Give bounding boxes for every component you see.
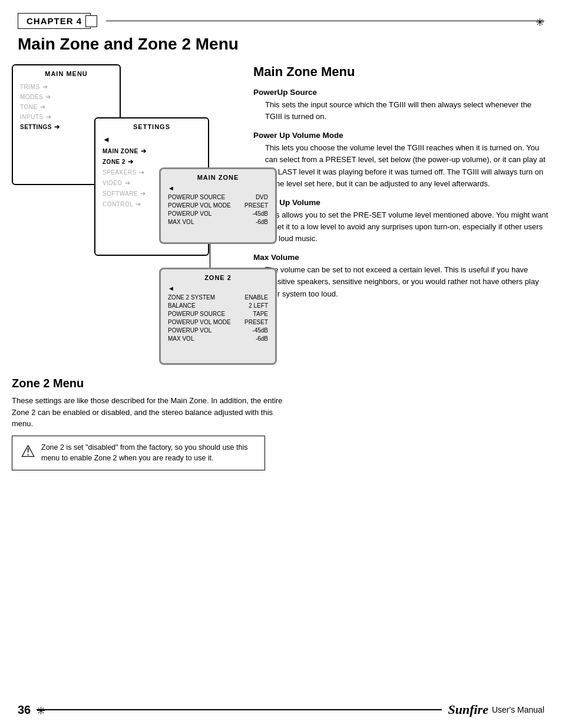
main-menu-item-modes: MODES ➔ [20,93,113,101]
zone2-row-1: BALANCE 2 LEFT [168,302,268,309]
right-item-body-2: This allows you to set the PRE-SET volum… [253,209,550,245]
zone2-detail-title: ZONE 2 [168,274,268,281]
right-item-label-0: PowerUp Source [253,88,550,97]
main-zone-row-3: MAX VOL -6dB [168,219,268,225]
right-item-body-1: This lets you choose the volume level th… [253,142,550,190]
zone2-menu-section: Zone 2 Menu These settings are like thos… [12,377,283,470]
zone2-row-4: POWERUP VOL -45dB [168,327,268,334]
right-section: Main Zone Menu PowerUp Source This sets … [247,64,550,430]
right-item-body-0: This sets the input source which the TGI… [253,99,550,123]
zone2-menu-heading: Zone 2 Menu [12,377,283,390]
content-area: MAIN MENU TRIMS ➔ MODES ➔ TONE ➔ INPUTS … [0,64,562,430]
main-zone-row-1: POWERUP VOL MODE PRESET [168,202,268,209]
warning-icon: ⚠ [21,443,35,460]
main-menu-title: MAIN MENU [20,70,113,77]
settings-title: SETTINGS [103,123,201,130]
header-star: ✳ [535,16,544,29]
warning-box: ⚠ Zone 2 is set "disabled" from the fact… [12,436,265,471]
header-line: ✳ [106,21,544,22]
footer-line: ✳ [37,709,442,710]
diagram-area: MAIN MENU TRIMS ➔ MODES ➔ TONE ➔ INPUTS … [12,64,236,430]
right-item-body-3: The volume can be set to not exceed a ce… [253,264,550,299]
right-section-heading: Main Zone Menu [253,64,550,80]
brand-name: Sunfire [448,702,488,717]
settings-item-mainzone: MAIN ZONE ➔ [103,147,201,155]
main-menu-item-tone: TONE ➔ [20,103,113,111]
main-zone-row-2: POWERUP VOL -45dB [168,210,268,217]
zone2-row-5: MAX VOL -6dB [168,335,268,342]
warning-text: Zone 2 is set "disabled" from the factor… [41,442,256,465]
right-item-label-1: Power Up Volume Mode [253,131,550,140]
page-title: Main Zone and Zone 2 Menu [0,35,562,54]
zone2-menu-body: These settings are like those described … [12,395,283,430]
page-header: CHAPTER 4 ✳ [0,0,562,29]
main-zone-row-0: POWERUP SOURCE DVD [168,194,268,200]
settings-item-zone2: ZONE 2 ➔ [103,158,201,166]
main-zone-detail-box: MAIN ZONE ◄ POWERUP SOURCE DVD POWERUP V… [159,167,277,244]
main-zone-detail-title: MAIN ZONE [168,174,268,181]
main-menu-item-trims: TRIMS ➔ [20,83,113,91]
zone2-row-3: POWERUP VOL MODE PRESET [168,319,268,325]
menu-diagram: MAIN MENU TRIMS ➔ MODES ➔ TONE ➔ INPUTS … [12,64,230,430]
right-item-label-3: Max Volume [253,253,550,262]
page-footer: 36 ✳ Sunfire User's Manual [0,702,562,717]
zone2-detail-box: ZONE 2 ◄ ZONE 2 SYSTEM ENABLE BALANCE 2 … [159,268,277,365]
right-item-label-2: Power Up Volume [253,198,550,207]
footer-star: ✳ [37,704,45,717]
page-number: 36 [18,703,31,717]
zone2-row-0: ZONE 2 SYSTEM ENABLE [168,294,268,301]
zone2-row-2: POWERUP SOURCE TAPE [168,311,268,317]
chapter-label: CHAPTER 4 [18,13,91,29]
manual-label: User's Manual [492,705,544,714]
